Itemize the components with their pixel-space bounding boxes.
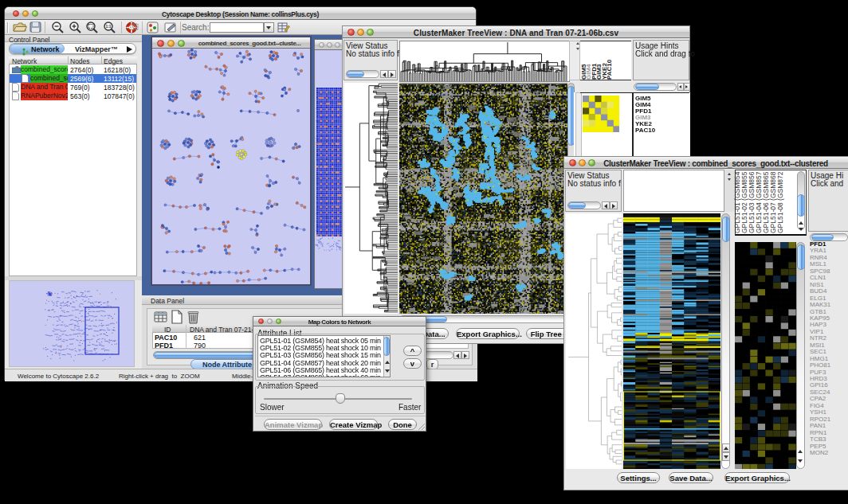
svg-text:1:1: 1:1: [105, 24, 111, 29]
